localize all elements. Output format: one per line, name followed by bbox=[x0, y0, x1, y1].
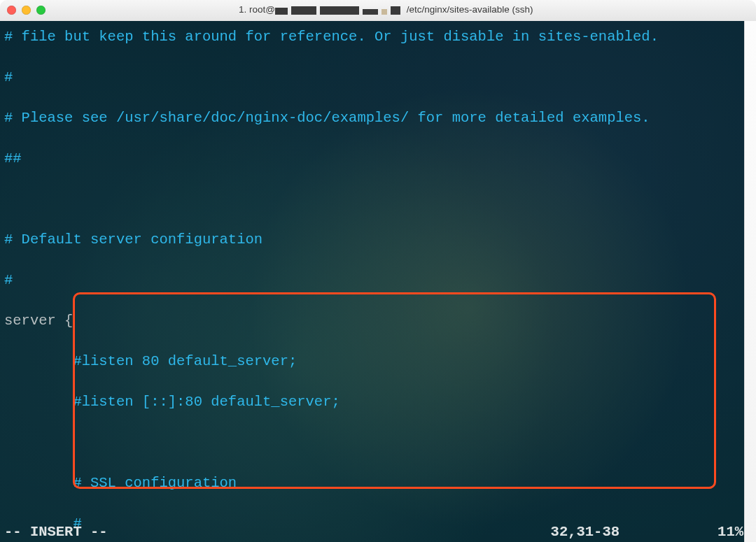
window-scrollbar[interactable] bbox=[744, 21, 756, 542]
terminal-line: server { bbox=[4, 311, 752, 331]
terminal-line: #listen 80 default_server; bbox=[4, 351, 752, 371]
terminal-text[interactable]: # file but keep this around for referenc… bbox=[0, 21, 756, 542]
terminal-window: 1. root@ /etc/nginx/sites-available (ssh… bbox=[0, 0, 756, 542]
title-redacted-host bbox=[275, 6, 404, 17]
close-icon[interactable] bbox=[7, 6, 16, 15]
terminal-line: # bbox=[4, 270, 752, 290]
terminal-line: # file but keep this around for referenc… bbox=[4, 27, 752, 47]
terminal-line: # Default server configuration bbox=[4, 229, 752, 250]
vim-scroll-percent: 11% bbox=[718, 522, 743, 542]
vim-status-line: -- INSERT -- 32,31-38 11% bbox=[0, 522, 756, 542]
minimize-icon[interactable] bbox=[22, 6, 31, 15]
window-titlebar: 1. root@ /etc/nginx/sites-available (ssh… bbox=[0, 0, 756, 22]
terminal-line: # Please see /usr/share/doc/nginx-doc/ex… bbox=[4, 108, 752, 128]
terminal-line: #listen [::]:80 default_server; bbox=[4, 392, 752, 412]
terminal-line bbox=[4, 432, 752, 452]
title-prefix: 1. root@ bbox=[239, 4, 275, 15]
terminal-line bbox=[4, 189, 752, 209]
terminal-line: ## bbox=[4, 148, 752, 169]
zoom-icon[interactable] bbox=[36, 6, 46, 15]
vim-cursor-position: 32,31-38 bbox=[551, 522, 620, 542]
title-path: /etc/nginx/sites-available (ssh) bbox=[404, 4, 533, 15]
terminal-body[interactable]: # file but keep this around for referenc… bbox=[0, 21, 756, 542]
terminal-line: # SSL configuration bbox=[4, 473, 752, 493]
window-controls bbox=[7, 6, 46, 15]
terminal-line: # bbox=[4, 67, 752, 87]
vim-mode: -- INSERT -- bbox=[4, 522, 108, 542]
